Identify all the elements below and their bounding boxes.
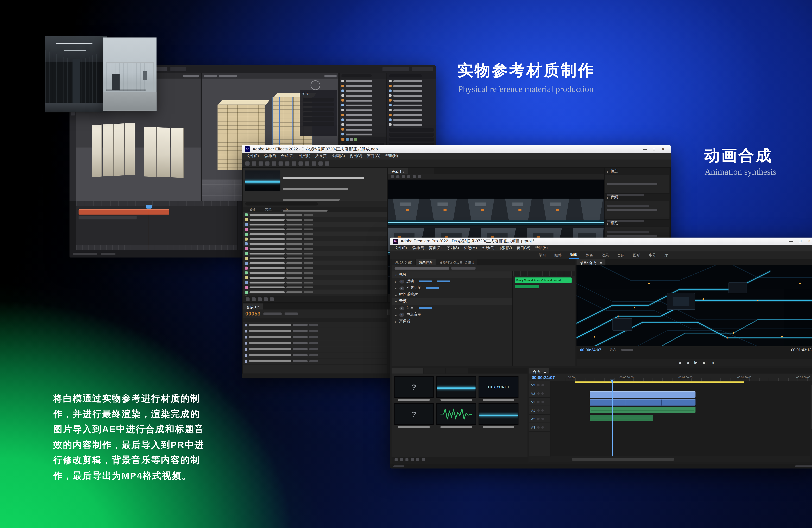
menu-item[interactable]: 图形(G) <box>482 245 494 251</box>
video-clip-v1[interactable] <box>590 399 695 406</box>
audio-clip-a1[interactable] <box>590 407 695 413</box>
selected-clip-bar[interactable]: Really Slow Motion - Voltian Mastered <box>515 277 572 283</box>
ae-titlebar[interactable]: Ae Adobe After Effects 2022 - D:\光盘\横腾\3… <box>242 145 671 153</box>
bin-item[interactable] <box>436 376 476 401</box>
outliner-item[interactable] <box>387 83 436 88</box>
panel-tab[interactable] <box>446 368 468 373</box>
maximize-button[interactable]: □ <box>650 146 659 152</box>
workspace-tab[interactable]: 学习 <box>538 252 547 258</box>
property-field[interactable] <box>389 128 434 132</box>
track-header[interactable]: A2 <box>529 415 550 423</box>
outliner-item[interactable] <box>339 98 386 103</box>
menu-item[interactable]: 图层(L) <box>299 154 310 159</box>
panel-header[interactable]: ▸信息 <box>605 168 669 175</box>
menu-item[interactable]: 效果(T) <box>315 154 328 159</box>
panel-tab[interactable]: 效果控件 <box>416 259 435 265</box>
viewer-icon[interactable] <box>402 175 405 179</box>
ae-timecode[interactable]: 00053 <box>245 311 261 317</box>
audio-clip-a2[interactable] <box>590 415 653 420</box>
tool-icon[interactable] <box>252 161 256 166</box>
bin-item[interactable]: ? <box>394 376 434 401</box>
outliner-item[interactable] <box>339 122 386 127</box>
step-back-icon[interactable]: |◀ <box>678 360 681 364</box>
outliner-item[interactable] <box>339 103 386 108</box>
menu-item[interactable]: 文件(F) <box>247 154 259 159</box>
outliner-item[interactable] <box>339 132 386 137</box>
viewlayer-selector[interactable] <box>412 67 433 71</box>
menu-item[interactable]: 窗口(W) <box>517 245 530 251</box>
track-header[interactable]: V2 <box>529 389 550 398</box>
navigation-gizmo[interactable] <box>310 81 320 90</box>
menu-item[interactable]: 编辑(E) <box>264 154 276 159</box>
effect-row[interactable]: ▸声像器 <box>392 318 512 325</box>
next-frame-icon[interactable]: ▶| <box>703 360 707 364</box>
timeline-ruler[interactable] <box>76 245 237 250</box>
effect-row[interactable]: ▸fx不透明度 <box>392 285 512 291</box>
playhead[interactable] <box>149 206 149 251</box>
bin-item[interactable]: TDG|YUNET <box>479 376 519 401</box>
track-header[interactable]: V3 <box>529 381 550 389</box>
project-file-row[interactable] <box>243 256 387 261</box>
panel-icon[interactable] <box>252 298 256 301</box>
project-file-row[interactable] <box>243 275 387 280</box>
outliner-item[interactable] <box>387 103 436 108</box>
workspace-tab[interactable]: 组件 <box>553 252 563 258</box>
bin-item[interactable] <box>479 403 519 428</box>
outliner-search[interactable] <box>342 74 372 77</box>
outliner-item[interactable] <box>387 108 436 112</box>
workspace-tab[interactable]: 颜色 <box>585 252 594 258</box>
workspace-tab[interactable] <box>170 67 186 71</box>
panel-icon[interactable] <box>406 458 409 461</box>
panel-tab[interactable]: 源: (无剪辑) <box>392 259 415 265</box>
workspace-tab[interactable]: 音频 <box>616 252 626 258</box>
tool-icon[interactable] <box>285 161 289 166</box>
effect-row[interactable]: ▸时间重映射 <box>392 291 512 298</box>
transform-field[interactable] <box>303 122 334 126</box>
effect-section[interactable]: ▾视频 <box>392 271 512 278</box>
timeline-timecode[interactable]: 00:00:24:07 <box>532 375 565 379</box>
menu-item[interactable]: 文件(F) <box>395 245 407 251</box>
panel-icon[interactable] <box>395 458 398 461</box>
panel-icon[interactable] <box>258 298 262 301</box>
tool-icon[interactable] <box>278 161 283 166</box>
project-file-row[interactable] <box>243 231 387 237</box>
outliner-item[interactable] <box>387 88 436 93</box>
panel-tab[interactable] <box>392 368 423 373</box>
project-file-row[interactable] <box>243 289 387 295</box>
layer-row[interactable] <box>243 322 387 328</box>
transform-field[interactable] <box>303 112 334 116</box>
transform-field[interactable] <box>303 98 334 102</box>
tool-icon[interactable] <box>272 161 276 166</box>
outliner-item[interactable] <box>339 83 386 88</box>
composition-tab[interactable]: 合成 1 ≡ <box>388 168 408 174</box>
effect-row[interactable]: ▸fx运动 <box>392 278 512 285</box>
viewer-icon[interactable] <box>391 175 394 179</box>
project-file-row[interactable] <box>243 285 387 289</box>
project-file-row[interactable] <box>243 265 387 270</box>
composition-tab[interactable] <box>409 168 434 174</box>
tool-icon[interactable] <box>245 161 250 166</box>
menu-item[interactable]: 编辑(E) <box>412 245 424 251</box>
workspace-tab[interactable]: 效果 <box>600 252 610 258</box>
panel-icon[interactable] <box>422 458 425 461</box>
minimize-button[interactable]: — <box>787 239 796 244</box>
tool-icon[interactable] <box>325 161 329 166</box>
project-search-input[interactable] <box>245 202 318 205</box>
panel-icon[interactable] <box>411 458 414 461</box>
pr-titlebar[interactable]: Pr Adobe Premiere Pro 2022 - D:\光盘\横腾\37… <box>390 238 812 245</box>
menu-item[interactable]: 合成(C) <box>281 154 294 159</box>
transform-field[interactable] <box>303 117 334 121</box>
playhead-handle[interactable] <box>146 205 151 209</box>
timeline-ruler[interactable]: 00:0000:00:30:0000:01:00:0000:01:30:0000… <box>566 373 812 381</box>
search-field[interactable] <box>389 74 422 77</box>
bin-item[interactable]: ? <box>394 403 434 428</box>
tool-icon[interactable] <box>292 161 296 166</box>
workspace-tab[interactable]: 库 <box>663 252 669 258</box>
program-timecode-current[interactable]: 00:00:24:07 <box>580 347 601 352</box>
viewer-icon[interactable] <box>413 175 416 179</box>
sequence-tab[interactable]: 合成 1 ≡ <box>529 368 549 373</box>
project-file-row[interactable] <box>243 251 387 256</box>
outliner-item[interactable] <box>339 88 386 93</box>
program-tab[interactable]: 节目: 合成 1 ≡ <box>577 259 606 265</box>
project-file-row[interactable] <box>243 246 387 251</box>
